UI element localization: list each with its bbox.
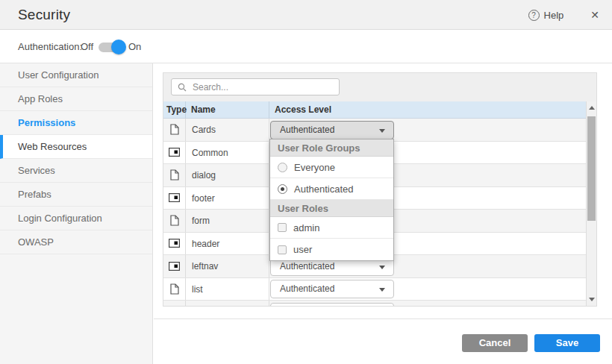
access-cell: Authenticated	[269, 119, 586, 141]
type-cell	[163, 255, 186, 277]
select-value: Authenticated	[280, 125, 334, 135]
option-label: user	[293, 244, 312, 255]
radio-checked-icon[interactable]	[278, 184, 287, 194]
type-cell	[163, 187, 186, 210]
sidebar-item-web-resources[interactable]: Web Resources	[0, 135, 152, 159]
scroll-up-icon[interactable]	[589, 106, 595, 110]
column-header-access-level: Access Level	[269, 101, 586, 118]
scrollbar-thumb[interactable]	[587, 116, 596, 221]
type-cell	[163, 142, 186, 164]
table-row: Cards Authenticated	[163, 119, 586, 142]
page-icon	[170, 283, 179, 295]
dropdown-group-user-role-groups: User Role Groups	[270, 139, 393, 157]
table-row: list Authenticated	[163, 278, 586, 301]
select-value: Authenticated	[280, 283, 334, 294]
dropdown-option-user[interactable]: user	[270, 239, 393, 260]
toggle-on-label: On	[128, 41, 141, 52]
type-cell	[163, 210, 186, 232]
name-cell: leftnav	[186, 255, 269, 277]
page-icon	[170, 215, 179, 226]
sidebar-item-app-roles[interactable]: App Roles	[0, 87, 152, 111]
title-bar-actions: ? Help ✕	[528, 0, 599, 30]
sidebar-item-services[interactable]: Services	[0, 159, 152, 183]
checkbox-icon[interactable]	[278, 245, 287, 254]
sidebar-item-permissions[interactable]: Permissions	[0, 111, 152, 135]
access-cell	[269, 301, 586, 306]
column-header-type: Type	[163, 101, 186, 118]
access-cell: Authenticated	[269, 278, 586, 301]
title-bar: Security ? Help ✕	[0, 0, 612, 30]
select-value: Authenticated	[280, 261, 334, 272]
name-cell: footer	[186, 187, 269, 210]
name-cell: list	[186, 278, 269, 301]
dropdown-option-everyone[interactable]: Everyone	[270, 157, 393, 178]
name-cell: Cards	[186, 119, 269, 141]
option-label: admin	[293, 222, 319, 233]
authentication-toggle[interactable]	[99, 43, 124, 52]
access-level-select[interactable]: Authenticated	[270, 280, 394, 298]
type-cell	[163, 278, 186, 301]
type-cell	[163, 164, 186, 186]
authentication-bar: Authentication: Off On	[0, 31, 612, 63]
radio-icon[interactable]	[278, 163, 287, 172]
page-title: Security	[18, 7, 70, 23]
toggle-off-label: Off	[81, 41, 93, 52]
table-row-partial	[163, 301, 586, 306]
chevron-down-icon	[379, 266, 385, 269]
type-cell	[163, 119, 186, 141]
name-cell: form	[186, 210, 269, 232]
type-cell	[163, 301, 186, 306]
sidebar-item-user-configuration[interactable]: User Configuration	[0, 63, 152, 87]
name-cell	[186, 301, 269, 306]
scroll-down-icon[interactable]	[589, 298, 595, 301]
dropdown-option-authenticated[interactable]: Authenticated	[270, 178, 393, 200]
partial-icon	[169, 239, 180, 248]
page-icon	[170, 124, 179, 135]
toggle-knob[interactable]	[111, 40, 126, 54]
security-dialog: Security ? Help ✕ Authentication: Off On…	[0, 0, 612, 364]
dropdown-option-admin[interactable]: admin	[270, 217, 393, 239]
chevron-down-icon	[379, 129, 385, 133]
partial-icon	[169, 262, 180, 271]
partial-icon	[169, 193, 180, 202]
page-icon	[170, 169, 179, 181]
option-label: Everyone	[294, 162, 335, 173]
access-level-dropdown-panel: User Role Groups Everyone Authenticated …	[269, 139, 394, 261]
footer-divider	[154, 318, 612, 319]
authentication-label: Authentication:	[18, 41, 82, 52]
partial-icon	[169, 148, 180, 157]
sidebar-item-login-configuration[interactable]: Login Configuration	[0, 207, 152, 230]
access-level-select[interactable]	[270, 303, 394, 307]
sidebar: User Configuration App Roles Permissions…	[0, 63, 153, 364]
sidebar-item-prefabs[interactable]: Prefabs	[0, 183, 152, 207]
search-input[interactable]	[191, 81, 325, 93]
column-header-name: Name	[186, 101, 269, 118]
type-cell	[163, 233, 186, 255]
chevron-down-icon	[379, 288, 385, 292]
name-cell: header	[186, 233, 269, 255]
cancel-button[interactable]: Cancel	[462, 334, 528, 352]
option-label: Authenticated	[294, 183, 354, 195]
search-icon	[178, 83, 187, 92]
help-link[interactable]: Help	[544, 10, 564, 21]
table-header: Type Name Access Level	[163, 101, 586, 119]
access-level-select-open[interactable]: Authenticated	[270, 121, 394, 139]
close-icon[interactable]: ✕	[590, 9, 599, 21]
table-scrollbar[interactable]	[586, 101, 596, 306]
help-icon[interactable]: ?	[528, 10, 540, 21]
sidebar-item-owasp[interactable]: OWASP	[0, 230, 152, 254]
name-cell: Common	[186, 142, 269, 164]
search-box[interactable]	[171, 78, 340, 95]
save-button[interactable]: Save	[534, 334, 600, 352]
grid-toolbar	[163, 73, 596, 101]
checkbox-icon[interactable]	[278, 223, 287, 232]
dropdown-group-user-roles: User Roles	[270, 200, 393, 217]
name-cell: dialog	[186, 164, 269, 186]
